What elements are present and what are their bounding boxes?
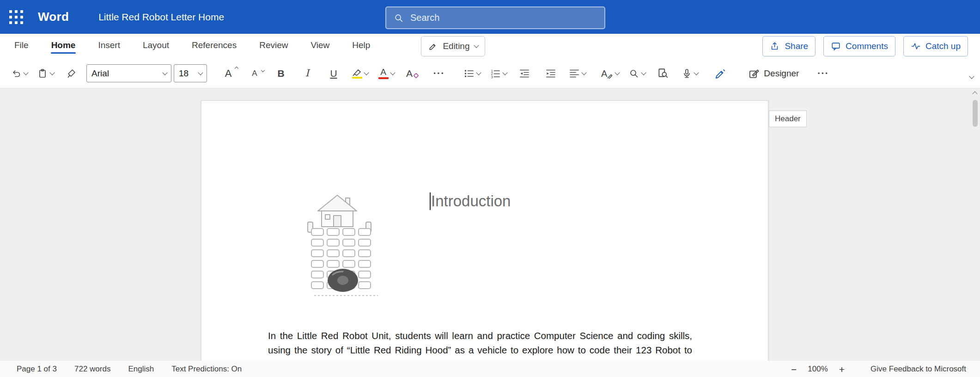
highlighter-icon — [352, 68, 362, 76]
feedback-link[interactable]: Give Feedback to Microsoft — [870, 365, 966, 374]
collapse-ribbon-chevron[interactable] — [969, 74, 974, 79]
microphone-icon — [681, 68, 692, 79]
house-robot-sketch-image[interactable] — [305, 192, 387, 308]
text-predictions-status[interactable]: Text Predictions: On — [171, 365, 242, 374]
search-input[interactable] — [409, 12, 564, 24]
titlebar: Word Little Red Robot Letter Home — [0, 0, 980, 34]
page-count-status[interactable]: Page 1 of 3 — [17, 365, 57, 374]
increase-indent-button[interactable] — [539, 63, 562, 84]
search-icon — [394, 13, 404, 23]
text-cursor — [430, 192, 431, 210]
pen-icon — [428, 41, 438, 51]
share-icon — [770, 41, 780, 51]
grow-font-button[interactable]: A — [217, 63, 240, 84]
tab-file[interactable]: File — [14, 39, 29, 54]
decrease-indent-icon — [519, 68, 530, 79]
editor-pen-icon — [714, 68, 726, 80]
font-size-select[interactable]: 18 — [174, 64, 207, 82]
font-color-button[interactable]: A — [375, 63, 398, 84]
status-bar: Page 1 of 3 722 words English Text Predi… — [0, 361, 980, 377]
page-magnifier-icon — [657, 68, 669, 80]
increase-indent-icon — [545, 68, 556, 79]
editor-button[interactable] — [709, 63, 732, 84]
italic-button[interactable]: I — [296, 63, 319, 84]
tab-help[interactable]: Help — [352, 39, 371, 54]
editing-mode-dropdown[interactable]: Editing — [421, 36, 485, 56]
find-button[interactable] — [625, 63, 648, 84]
chevron-down-icon — [162, 70, 167, 75]
decrease-indent-button[interactable] — [513, 63, 536, 84]
word-count-status[interactable]: 722 words — [74, 365, 110, 374]
chevron-down-icon — [198, 70, 203, 75]
app-name[interactable]: Word — [38, 10, 69, 24]
document-paragraph[interactable]: In the Little Red Robot Unit, students w… — [268, 328, 692, 361]
dictate-button[interactable] — [678, 63, 701, 84]
bold-button[interactable]: B — [269, 63, 292, 84]
scroll-up-arrow[interactable] — [972, 91, 977, 96]
highlight-color-button[interactable] — [348, 63, 371, 84]
chevron-up-icon — [235, 66, 238, 70]
bulleted-list-icon — [463, 68, 475, 79]
chevron-down-icon — [581, 70, 586, 75]
document-heading[interactable]: Introduction — [430, 192, 511, 210]
chevron-down-icon — [474, 43, 479, 48]
chevron-down-icon — [615, 70, 620, 75]
svg-text:3: 3 — [491, 74, 493, 79]
search-document-button[interactable] — [651, 63, 675, 84]
clear-formatting-button[interactable]: A — [401, 63, 424, 84]
zoom-in-button[interactable]: + — [839, 365, 845, 374]
activity-pulse-icon — [911, 41, 921, 51]
underline-button[interactable]: U — [322, 63, 345, 84]
document-title[interactable]: Little Red Robot Letter Home — [98, 12, 224, 23]
tab-view[interactable]: View — [310, 39, 330, 54]
chevron-down-icon — [502, 70, 507, 75]
styles-button[interactable]: A — [598, 63, 622, 84]
numbered-list-icon: 1 2 3 — [490, 68, 501, 79]
zoom-level[interactable]: 100% — [808, 365, 828, 374]
catch-up-button[interactable]: Catch up — [903, 36, 968, 56]
alignment-button[interactable] — [566, 63, 589, 84]
comments-button[interactable]: Comments — [823, 36, 895, 56]
tab-review[interactable]: Review — [259, 39, 288, 54]
home-ribbon-toolbar: Arial 18 A A B I U A — [0, 59, 980, 88]
magnifier-icon — [628, 68, 639, 79]
chevron-down-icon — [261, 68, 265, 72]
search-box[interactable] — [385, 6, 605, 29]
zoom-out-button[interactable]: − — [791, 365, 797, 374]
tab-home[interactable]: Home — [51, 39, 76, 54]
align-text-icon — [569, 68, 580, 79]
scrollbar-thumb[interactable] — [973, 100, 978, 127]
font-name-select[interactable]: Arial — [86, 64, 171, 82]
undo-icon — [11, 68, 22, 79]
share-button[interactable]: Share — [762, 36, 816, 56]
shrink-font-button[interactable]: A — [243, 63, 266, 84]
undo-button[interactable] — [7, 63, 30, 84]
document-canvas: Introduction In the Little Red Robot Uni… — [0, 88, 980, 361]
header-section-tab[interactable]: Header — [769, 111, 807, 127]
bullets-button[interactable] — [460, 63, 483, 84]
numbering-button[interactable]: 1 2 3 — [487, 63, 510, 84]
tab-references[interactable]: References — [191, 39, 237, 54]
format-painter-button[interactable] — [60, 63, 83, 84]
chevron-down-icon — [390, 70, 395, 75]
language-status[interactable]: English — [128, 365, 154, 374]
style-pen-icon — [607, 73, 613, 79]
chevron-down-icon — [641, 70, 646, 75]
document-page[interactable]: Introduction In the Little Red Robot Uni… — [201, 100, 768, 361]
app-launcher-button[interactable] — [6, 6, 27, 28]
highlight-color-swatch — [352, 77, 362, 79]
tab-layout[interactable]: Layout — [142, 39, 170, 54]
chevron-down-icon — [476, 70, 481, 75]
format-painter-icon — [66, 68, 77, 79]
designer-icon — [748, 68, 760, 80]
vertical-scrollbar[interactable] — [971, 90, 979, 127]
more-ribbon-options-button[interactable]: ··· — [811, 63, 834, 84]
tab-insert[interactable]: Insert — [97, 39, 121, 54]
more-font-options-button[interactable]: ··· — [427, 63, 450, 84]
chevron-down-icon — [364, 70, 369, 75]
comment-icon — [831, 41, 841, 51]
clipboard-icon — [37, 68, 48, 79]
designer-button[interactable]: Designer — [745, 63, 802, 84]
paste-button[interactable] — [34, 63, 57, 84]
eraser-icon — [413, 73, 419, 79]
